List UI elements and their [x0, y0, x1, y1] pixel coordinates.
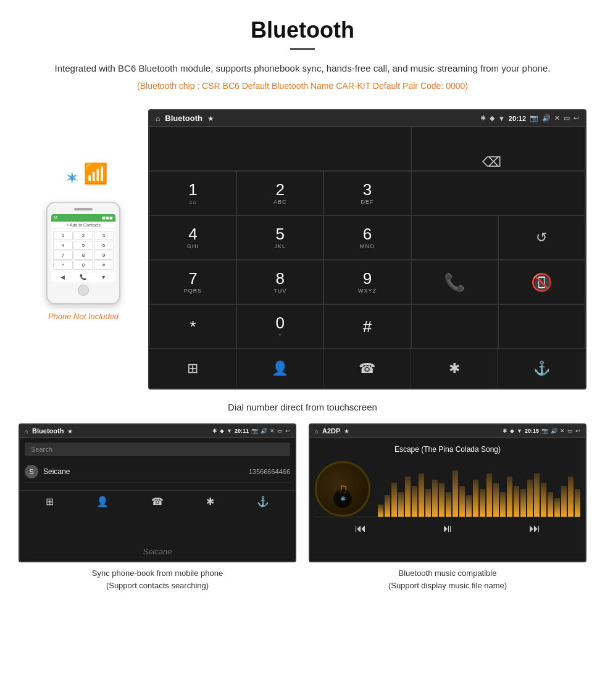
contacts-status-bar: ⌂ Bluetooth ★ ✱ ◆ ▼ 20:11 📷 🔊 ✕ ▭ ↩ [20, 425, 295, 438]
dialer-key-8[interactable]: 8 TUV [236, 260, 323, 304]
page-header: Bluetooth Integrated with BC6 Bluetooth … [0, 0, 605, 109]
phone-key-4[interactable]: 4 [53, 241, 73, 250]
phone-key-2[interactable]: 2 [73, 231, 93, 240]
page-description: Integrated with BC6 Bluetooth module, su… [37, 61, 568, 76]
phone-menu-icon: ▼ [101, 274, 106, 280]
contacts-home-icon[interactable]: ⌂ [25, 428, 28, 435]
bottom-person-icon[interactable]: 👤 [236, 349, 323, 388]
phone-key-hash[interactable]: # [94, 260, 114, 270]
phone-key-1[interactable]: 1 [53, 231, 73, 240]
signal-arc-icon: 📶 [83, 162, 108, 185]
dialer-key-6[interactable]: 6 MNO [323, 215, 411, 260]
phone-key-star[interactable]: * [53, 260, 73, 270]
camera-icon: 📷 [530, 114, 538, 122]
dialer-call-button[interactable]: 📞 [411, 260, 498, 304]
title-underline [290, 48, 315, 50]
contacts-bt-btn-icon[interactable]: ✱ [206, 496, 214, 507]
dialer-key-4[interactable]: 4 GHI [149, 215, 236, 260]
contacts-usb-icon: ★ [67, 428, 73, 435]
music-bt-small-icon: ✱ [340, 495, 346, 503]
dialer-backspace-cell[interactable]: ⌫ [411, 127, 585, 171]
music-content: ♫ ✱ [315, 461, 580, 517]
bluetooth-signal: ✶ 📶 [59, 159, 108, 196]
contacts-screen: ⌂ Bluetooth ★ ✱ ◆ ▼ 20:11 📷 🔊 ✕ ▭ ↩ [19, 423, 296, 562]
search-placeholder: Search [31, 446, 52, 453]
main-section: ✶ 📶 M◼◼◼ + Add to Contacts 1 2 3 4 5 6 7… [0, 109, 605, 390]
home-icon[interactable]: ⌂ [156, 114, 160, 123]
contacts-link-icon[interactable]: ⚓ [257, 496, 269, 507]
music-back-icon[interactable]: ↩ [575, 428, 580, 434]
music-bluetooth-overlay: ✱ [333, 490, 352, 508]
contacts-person-icon[interactable]: 👤 [96, 496, 109, 507]
contacts-vol-icon: 🔊 [261, 428, 267, 434]
contacts-loc-icon: ◆ [220, 428, 224, 434]
music-visualizer [378, 461, 580, 517]
phone-key-5[interactable]: 5 [73, 241, 93, 250]
music-caption-line1: Bluetooth music compatible [399, 569, 497, 578]
status-time: 20:12 [509, 115, 526, 122]
music-bt-icon: ✱ [503, 428, 507, 434]
phone-key-6[interactable]: 6 [94, 241, 114, 250]
dialer-key-2[interactable]: 2 ABC [236, 171, 323, 215]
back-icon[interactable]: ↩ [574, 114, 579, 122]
dialer-status-bar: ⌂ Bluetooth ★ ✱ ◆ ▼ 20:12 📷 🔊 ✕ ▭ ↩ [149, 110, 585, 127]
signal-icon: ▼ [498, 115, 505, 122]
bottom-bluetooth-icon[interactable]: ✱ [411, 349, 498, 388]
bottom-phone-icon[interactable]: ☎ [323, 349, 411, 388]
contacts-back-icon[interactable]: ↩ [285, 428, 290, 434]
dialer-end-call-button[interactable]: 📵 [498, 260, 585, 304]
backspace-icon[interactable]: ⌫ [482, 154, 501, 170]
dialer-empty-4 [498, 304, 585, 349]
phone-key-0[interactable]: 0 [73, 260, 93, 270]
phone-speaker [74, 208, 93, 210]
contacts-body: Search S Seicane 13566664466 [20, 438, 295, 488]
dialer-redial[interactable]: ↺ [498, 215, 585, 260]
dialer-key-1[interactable]: 1 ⌂⌂ [149, 171, 236, 215]
dialer-key-7[interactable]: 7 PQRS [149, 260, 236, 304]
dialer-key-5[interactable]: 5 JKL [236, 215, 323, 260]
bottom-grid-icon[interactable]: ⊞ [149, 349, 236, 388]
call-green-icon: 📞 [444, 272, 465, 293]
dialer-key-9[interactable]: 9 WXYZ [323, 260, 411, 304]
contacts-screenshot: ⌂ Bluetooth ★ ✱ ◆ ▼ 20:11 📷 🔊 ✕ ▭ ↩ [19, 423, 296, 591]
music-sig-icon: ▼ [517, 428, 522, 434]
music-status-left: ⌂ A2DP ★ [315, 427, 349, 435]
phone-key-9[interactable]: 9 [94, 251, 114, 260]
phone-green-bar: M◼◼◼ [51, 214, 115, 222]
dialer-key-0[interactable]: 0 + [236, 304, 323, 349]
contact-initial: S [25, 465, 38, 478]
contacts-time: 20:11 [235, 428, 249, 434]
redial-icon: ↺ [536, 230, 547, 246]
usb-icon: ★ [207, 114, 214, 123]
contacts-caption-line1: Sync phone-book from mobile phone [92, 569, 223, 578]
contacts-phone-icon[interactable]: ☎ [151, 496, 164, 507]
phone-home-button[interactable] [78, 285, 89, 296]
music-album-art: ♫ [315, 461, 370, 517]
call-red-icon: 📵 [531, 272, 553, 293]
contact-number: 13566664466 [249, 468, 290, 475]
contacts-grid-icon[interactable]: ⊞ [46, 496, 54, 507]
location-icon: ◆ [490, 114, 494, 122]
music-play-pause-icon[interactable]: ⏯ [442, 522, 453, 535]
phone-screen: M◼◼◼ + Add to Contacts 1 2 3 4 5 6 7 8 9… [51, 214, 115, 282]
bluetooth-status-icon: ✱ [480, 114, 486, 122]
music-prev-icon[interactable]: ⏮ [355, 522, 366, 535]
seicane-watermark: Seicane [143, 547, 172, 556]
phone-key-3[interactable]: 3 [94, 231, 114, 240]
music-x-icon: ✕ [560, 428, 565, 434]
dialer-key-3[interactable]: 3 DEF [323, 171, 411, 215]
dialer-key-star[interactable]: * [149, 304, 236, 349]
status-right: ✱ ◆ ▼ 20:12 📷 🔊 ✕ ▭ ↩ [480, 114, 579, 122]
music-next-icon[interactable]: ⏭ [529, 522, 540, 535]
phone-call-icon[interactable]: 📞 [80, 274, 86, 280]
phone-container: ✶ 📶 M◼◼◼ + Add to Contacts 1 2 3 4 5 6 7… [19, 109, 148, 321]
music-home-icon[interactable]: ⌂ [315, 428, 319, 435]
phone-key-8[interactable]: 8 [73, 251, 93, 260]
android-dialer-screen: ⌂ Bluetooth ★ ✱ ◆ ▼ 20:12 📷 🔊 ✕ ▭ ↩ ⌫ [148, 109, 586, 390]
bottom-link-icon[interactable]: ⚓ [498, 349, 585, 388]
contacts-sig-icon: ▼ [227, 428, 232, 434]
contact-row[interactable]: S Seicane 13566664466 [25, 461, 290, 483]
phone-key-7[interactable]: 7 [53, 251, 73, 260]
dialer-key-hash[interactable]: # [323, 304, 411, 349]
contacts-search-bar[interactable]: Search [25, 443, 290, 456]
